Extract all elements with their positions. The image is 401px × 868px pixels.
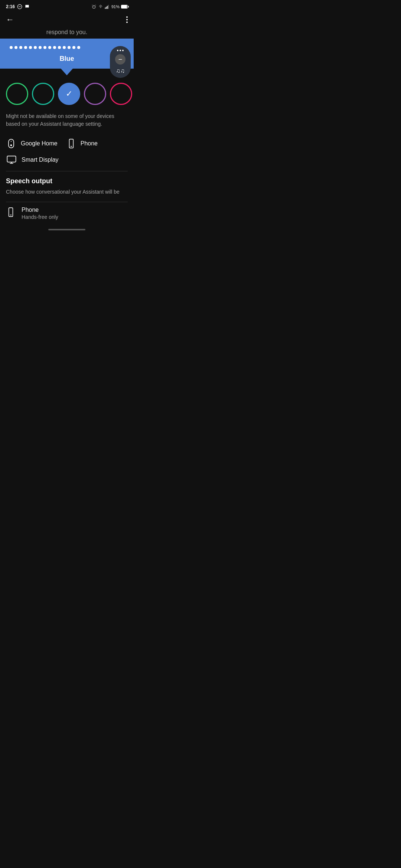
top-nav: ← [0, 12, 134, 27]
svg-point-8 [10, 144, 12, 146]
battery-percent: 91% [111, 4, 120, 9]
speaker-icon [6, 138, 16, 149]
chat-icon [25, 4, 30, 9]
phone-settings-row[interactable]: Phone Hands-free only [0, 202, 134, 224]
svg-rect-6 [108, 5, 109, 9]
color-circle-blue[interactable]: ✓ [58, 83, 80, 105]
phone-info: Phone Hands-free only [22, 207, 58, 220]
device-item-google-home: Google Home [6, 138, 58, 149]
speech-output-heading: Speech output [0, 171, 134, 188]
svg-rect-7 [9, 139, 14, 148]
device-name-smart-display: Smart Display [22, 157, 59, 163]
device-list: Google Home Phone Smart Display [0, 135, 134, 171]
signal-icon [105, 4, 110, 9]
dnd-icon [17, 4, 22, 9]
color-circle-pink[interactable] [110, 83, 132, 105]
device-item-smart-display: Smart Display [6, 155, 59, 165]
floating-pill-widget[interactable]: − ♫♫ [110, 46, 131, 78]
svg-rect-12 [7, 156, 16, 162]
pagination-dots [6, 46, 128, 49]
check-mark-icon: ✓ [66, 89, 72, 99]
pill-more-icon [117, 50, 124, 51]
time-display: 2:16 [6, 4, 15, 9]
device-name-phone: Phone [81, 140, 98, 147]
bottom-nav-bar [0, 224, 134, 233]
phone-entry-subtitle: Hands-free only [22, 214, 58, 220]
display-icon [6, 155, 17, 165]
color-circle-purple[interactable] [84, 83, 106, 105]
status-right: 91% [91, 4, 128, 9]
speech-output-section: Speech output Choose how conversational … [0, 171, 134, 202]
color-label: Blue [6, 55, 128, 63]
device-item-phone: Phone [66, 138, 98, 149]
color-circle-teal[interactable] [32, 83, 54, 105]
color-section-arrow [61, 69, 73, 75]
pill-music-icon: ♫♫ [116, 68, 125, 74]
battery-icon [121, 5, 128, 9]
bottom-nav-indicator [48, 229, 85, 230]
speech-output-description: Choose how conversational your Assistant… [0, 188, 134, 202]
svg-rect-3 [105, 7, 106, 9]
color-section: Blue − ♫♫ [0, 39, 134, 69]
svg-rect-4 [106, 7, 107, 9]
status-left: 2:16 [6, 4, 30, 9]
svg-rect-5 [107, 6, 108, 9]
phone-entry-title: Phone [22, 207, 58, 213]
phone-large-icon [6, 207, 16, 217]
alarm-icon [91, 4, 97, 9]
more-options-button[interactable] [126, 16, 128, 23]
status-bar: 2:16 91% [0, 0, 134, 12]
wifi-icon [98, 4, 103, 9]
color-circle-green[interactable] [6, 83, 28, 105]
disclaimer-text: Might not be available on some of your d… [0, 112, 134, 135]
back-button[interactable]: ← [6, 15, 14, 24]
device-name-google-home: Google Home [21, 140, 58, 147]
phone-icon [66, 139, 76, 148]
header-faded-text: respond to you. [0, 27, 134, 39]
color-circles-row: ✓ [0, 75, 134, 112]
pill-minus-button[interactable]: − [115, 54, 125, 65]
